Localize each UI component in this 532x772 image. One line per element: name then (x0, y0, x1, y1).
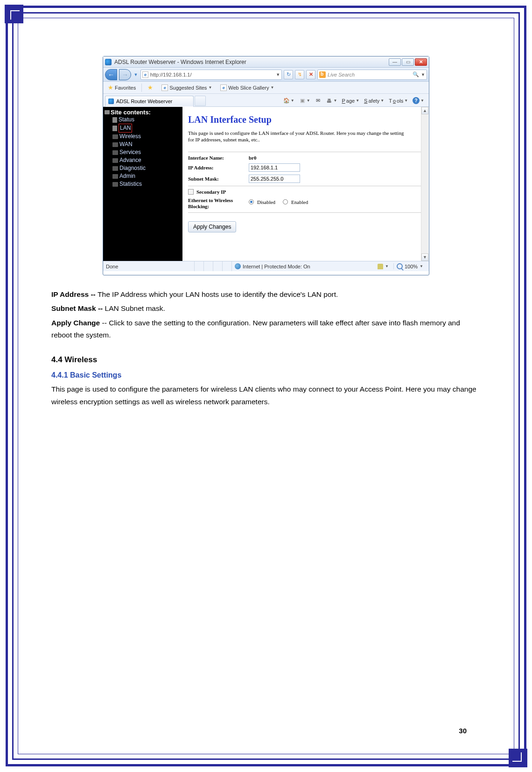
new-tab-button[interactable] (195, 96, 206, 106)
zoom-control: ▼ 100% ▼ (375, 263, 429, 269)
sidebar-item-wireless[interactable]: Wireless (103, 133, 182, 140)
status-segment (213, 261, 222, 271)
sidebar-item-statistics[interactable]: Statistics (103, 180, 182, 188)
secondary-ip-checkbox[interactable] (188, 189, 194, 195)
page-icon: e (161, 84, 168, 91)
browser-tab[interactable]: ADSL Router Webserver (105, 96, 194, 107)
disabled-label: Disabled (257, 199, 275, 205)
sidebar-item-advance[interactable]: Advance (103, 156, 182, 164)
page-icon: e (220, 84, 227, 91)
bing-icon (319, 71, 326, 78)
back-button[interactable]: ← (105, 69, 117, 80)
subsection-heading: 4.4.1 Basic Settings (51, 369, 481, 381)
divider (188, 212, 421, 213)
status-segment (203, 261, 213, 271)
browser-navbar: ← → ▼ e ▼ ↻ ↯ ✕ Live Search 🔍 ▼ (103, 68, 429, 82)
command-bar: 🏠▼ ▣▼ ✉ 🖶▼ PPageage ▼ SSafetyafety ▼ ToT… (281, 96, 429, 106)
help-icon: ? (413, 97, 420, 104)
print-icon: 🖶 (326, 98, 333, 104)
enabled-radio[interactable] (283, 199, 288, 204)
wireless-paragraph: This page is used to configure the param… (51, 383, 481, 408)
sidebar-item-status[interactable]: Status (103, 116, 182, 124)
favorites-label: Favorites (115, 85, 136, 91)
apply-changes-button[interactable]: Apply Changes (188, 221, 236, 232)
security-icon[interactable] (378, 264, 383, 269)
browser-window: ADSL Router Webserver - Windows Internet… (103, 56, 429, 275)
ip-address-input[interactable] (249, 163, 300, 172)
home-icon: 🏠 (283, 98, 290, 104)
dropdown-icon: ▼ (208, 85, 212, 90)
safety-menu[interactable]: SSafetyafety ▼ (362, 97, 386, 105)
corner-decoration-tl (5, 5, 23, 23)
close-button[interactable]: ✕ (415, 58, 427, 66)
url-dropdown-icon[interactable]: ▼ (276, 72, 280, 77)
favorites-button[interactable]: ★ Favorites (105, 83, 139, 92)
apply-change-text: -- Click to save the setting to the conf… (51, 319, 460, 339)
security-zone: Internet | Protected Mode: On (231, 261, 313, 271)
search-icon[interactable]: 🔍 (413, 71, 419, 77)
secondary-ip-row: Secondary IP (188, 189, 421, 195)
forward-button[interactable]: → (119, 69, 131, 80)
subnet-mask-desc: Subnet Mask -- LAN Subnet mask. (51, 302, 481, 315)
sidebar-item-wan[interactable]: WAN (103, 140, 182, 148)
divider (188, 152, 421, 152)
maximize-button[interactable]: ▭ (402, 58, 414, 66)
print-button[interactable]: 🖶▼ (324, 97, 339, 105)
sidebar-item-services[interactable]: Services (103, 148, 182, 156)
address-bar[interactable]: e ▼ (140, 70, 282, 80)
compat-button[interactable]: ↯ (295, 70, 304, 79)
globe-icon (235, 263, 241, 269)
vertical-scrollbar[interactable]: ▲ ▼ (421, 107, 428, 261)
sidebar-item-diagnostic[interactable]: Diagnostic (103, 164, 182, 172)
status-segment (222, 261, 231, 271)
corner-decoration-br (509, 749, 527, 767)
subnet-mask-input[interactable] (249, 175, 300, 183)
stop-button[interactable]: ✕ (306, 70, 315, 79)
zoom-button[interactable]: 100% ▼ (393, 263, 426, 269)
feeds-button[interactable]: ▣▼ (297, 97, 312, 105)
star-icon: ★ (108, 84, 113, 91)
divider (188, 186, 421, 186)
sidebar-root[interactable]: Site contents: (103, 109, 182, 116)
interface-name-value: br0 (249, 155, 257, 161)
disabled-radio[interactable] (249, 199, 254, 204)
search-dropdown-icon[interactable]: ▼ (421, 72, 425, 77)
eth-block-label: Ethernet to Wireless Blocking: (188, 197, 249, 210)
search-box[interactable]: Live Search 🔍 ▼ (317, 70, 427, 80)
tools-menu[interactable]: ToToolsols ▼ (387, 97, 410, 105)
scroll-up-button[interactable]: ▲ (421, 107, 428, 114)
favorites-star-button[interactable]: ★ (145, 83, 156, 92)
router-page-title: LAN Interface Setup (188, 114, 421, 125)
secondary-ip-label: Secondary IP (196, 189, 226, 195)
favorites-bar: ★ Favorites ★ e Suggested Sites ▼ e Web … (103, 82, 429, 94)
mail-button[interactable]: ✉ (313, 97, 323, 105)
url-input[interactable] (150, 72, 274, 77)
window-title: ADSL Router Webserver - Windows Internet… (114, 59, 389, 65)
subnet-mask-term: Subnet Mask -- (51, 304, 105, 312)
interface-name-label: Interface Name: (188, 155, 249, 161)
nav-history-dropdown[interactable]: ▼ (133, 72, 139, 77)
page-content: ADSL Router Webserver - Windows Internet… (51, 56, 481, 410)
zoom-text: 100% (405, 264, 418, 269)
ip-address-label: IP Address: (188, 165, 249, 170)
scroll-down-button[interactable]: ▼ (421, 253, 428, 261)
help-button[interactable]: ?▼ (411, 96, 426, 105)
ip-address-term: IP Address -- (51, 290, 98, 298)
sidebar-item-lan[interactable]: LAN (103, 124, 182, 133)
page-number: 30 (459, 727, 467, 735)
suggested-sites-button[interactable]: e Suggested Sites ▼ (159, 83, 215, 92)
suggested-sites-label: Suggested Sites (169, 85, 207, 91)
minimize-button[interactable]: — (389, 58, 401, 66)
interface-name-row: Interface Name: br0 (188, 155, 421, 161)
web-slice-button[interactable]: e Web Slice Gallery ▼ (217, 83, 277, 92)
home-button[interactable]: 🏠▼ (281, 97, 296, 105)
refresh-button[interactable]: ↻ (284, 70, 293, 79)
page-icon: e (142, 71, 148, 78)
sidebar-item-admin[interactable]: Admin (103, 172, 182, 180)
tab-bar: ADSL Router Webserver 🏠▼ ▣▼ ✉ 🖶▼ PPageag… (103, 94, 429, 107)
page-menu[interactable]: PPageage ▼ (340, 97, 361, 105)
ip-address-text: The IP Address which your LAN hosts use … (98, 290, 338, 298)
enabled-label: Enabled (291, 199, 308, 205)
eth-block-row: Ethernet to Wireless Blocking: Disabled … (188, 197, 421, 210)
separator (141, 84, 142, 92)
